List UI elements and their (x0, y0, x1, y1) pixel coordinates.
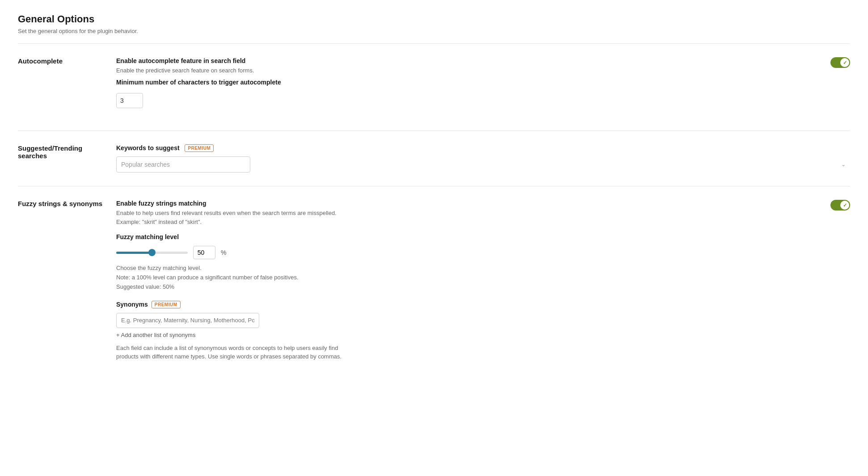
min-chars-input[interactable] (116, 93, 143, 108)
fuzzy-content: Enable fuzzy strings matching Enable to … (116, 200, 850, 361)
synonyms-label: Synonyms (116, 301, 148, 308)
fuzzy-slider-thumb[interactable] (148, 249, 156, 256)
fuzzy-slider-row: % (116, 246, 850, 259)
synonyms-section: Synonyms PREMIUM + Add another list of s… (116, 301, 850, 361)
fuzzy-description-line2: Example: "skrit" instead of "skirt". (116, 219, 202, 225)
keywords-suggest-row: Keywords to suggest PREMIUM (116, 144, 850, 152)
fuzzy-level-label: Fuzzy matching level (116, 233, 850, 240)
autocomplete-enable-title: Enable autocomplete feature in search fi… (116, 57, 830, 64)
fuzzy-section-label: Fuzzy strings & synonyms (18, 200, 102, 207)
fuzzy-percent-input[interactable] (193, 246, 215, 259)
fuzzy-note-1: Choose the fuzzy matching level. (116, 265, 202, 271)
fuzzy-notes: Choose the fuzzy matching level. Note: a… (116, 264, 850, 291)
fuzzy-enable-row: Enable fuzzy strings matching Enable to … (116, 200, 850, 226)
suggested-section-label: Suggested/Trending searches (18, 144, 82, 160)
page-subtitle: Set the general options for the plugin b… (18, 28, 850, 34)
page-title: General Options (18, 13, 850, 25)
fuzzy-level-block: Fuzzy matching level % Choose the fuzzy … (116, 233, 850, 291)
fuzzy-note-2: Note: a 100% level can produce a signifi… (116, 274, 299, 281)
autocomplete-toggle[interactable] (830, 57, 850, 68)
autocomplete-enable-text: Enable autocomplete feature in search fi… (116, 57, 830, 75)
keywords-premium-badge: PREMIUM (185, 144, 214, 152)
autocomplete-content: Enable autocomplete feature in search fi… (116, 57, 850, 117)
popular-searches-select[interactable]: Popular searches Trending searches Custo… (116, 156, 250, 173)
fuzzy-description-line1: Enable to help users find relevant resul… (116, 210, 337, 216)
autocomplete-toggle-thumb (840, 58, 849, 67)
fuzzy-enable-description: Enable to help users find relevant resul… (116, 209, 830, 226)
page-container: General Options Set the general options … (0, 0, 868, 476)
autocomplete-label-col: Autocomplete (18, 57, 116, 117)
autocomplete-toggle-track (830, 57, 850, 68)
fuzzy-slider-container[interactable] (116, 247, 188, 258)
fuzzy-enable-text: Enable fuzzy strings matching Enable to … (116, 200, 830, 226)
synonyms-premium-badge: PREMIUM (152, 301, 181, 308)
synonyms-label-row: Synonyms PREMIUM (116, 301, 850, 308)
fuzzy-section: Fuzzy strings & synonyms Enable fuzzy st… (18, 186, 850, 374)
fuzzy-toggle-track (830, 200, 850, 211)
add-synonyms-link[interactable]: + Add another list of synonyms (116, 332, 850, 338)
synonyms-input[interactable] (116, 313, 259, 328)
suggested-section: Suggested/Trending searches Keywords to … (18, 131, 850, 187)
keywords-suggest-label: Keywords to suggest (116, 144, 180, 152)
fuzzy-slider-fill (116, 252, 152, 254)
suggested-content: Keywords to suggest PREMIUM Popular sear… (116, 144, 850, 173)
percent-symbol: % (221, 249, 226, 256)
autocomplete-section-label: Autocomplete (18, 57, 63, 65)
min-chars-label: Minimum number of characters to trigger … (116, 79, 850, 86)
min-chars-block: Minimum number of characters to trigger … (116, 79, 850, 108)
fuzzy-toggle-thumb (840, 201, 849, 210)
fuzzy-enable-title: Enable fuzzy strings matching (116, 200, 830, 207)
fuzzy-label-col: Fuzzy strings & synonyms (18, 200, 116, 361)
popular-searches-select-wrapper: Popular searches Trending searches Custo… (116, 156, 850, 173)
suggested-label-col: Suggested/Trending searches (18, 144, 116, 173)
fuzzy-toggle[interactable] (830, 200, 850, 211)
select-chevron-icon: ⌄ (841, 161, 846, 168)
autocomplete-section: Autocomplete Enable autocomplete feature… (18, 44, 850, 131)
fuzzy-note-3: Suggested value: 50% (116, 283, 174, 290)
page-header: General Options Set the general options … (18, 13, 850, 34)
autocomplete-enable-row: Enable autocomplete feature in search fi… (116, 57, 850, 75)
synonyms-description: Each field can include a list of synonym… (116, 344, 349, 361)
fuzzy-slider-track (116, 252, 188, 254)
autocomplete-enable-description: Enable the predictive search feature on … (116, 66, 830, 75)
